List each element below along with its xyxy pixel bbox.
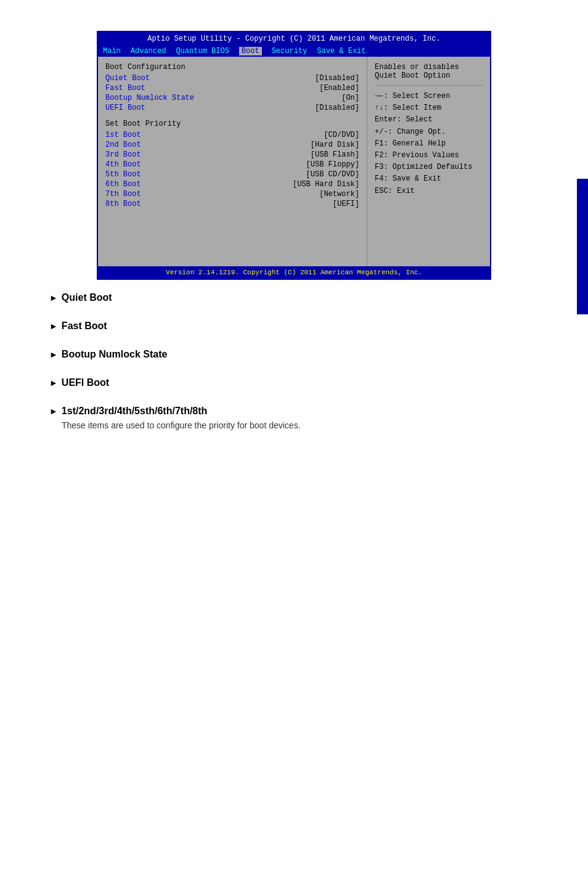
doc-title-boot-order: ► 1st/2nd/3rd/4th/5sth/6th/7th/8th: [49, 406, 539, 417]
menu-main[interactable]: Main: [103, 47, 121, 55]
uefi-boot-name: UEFI Boot: [105, 104, 145, 112]
boot4-value: [USB Floppy]: [306, 160, 359, 169]
boot8-value: [UEFI]: [333, 200, 359, 208]
bios-nav-text: →←: Select Screen ↑↓: Select Item Enter:…: [375, 91, 483, 197]
arrow-quiet-boot: ►: [49, 293, 58, 303]
arrow-numlock: ►: [49, 349, 58, 359]
doc-item-boot-order: ► 1st/2nd/3rd/4th/5sth/6th/7th/8th These…: [49, 406, 539, 430]
bios-menu-bar: Main Advanced Quantum BIOS Boot Security…: [98, 46, 490, 57]
doc-item-numlock: ► Bootup Numlock State: [49, 349, 539, 360]
nav-divider: [375, 85, 483, 86]
boot3-name: 3rd Boot: [105, 150, 141, 159]
boot5-value: [USB CD/DVD]: [306, 170, 359, 179]
boot2-name: 2nd Boot: [105, 141, 141, 149]
boot6-value: [USB Hard Disk]: [293, 180, 359, 189]
boot4-name: 4th Boot: [105, 160, 141, 169]
menu-boot[interactable]: Boot: [239, 47, 262, 55]
bios-right-panel: Enables or disables Quiet Boot Option →←…: [367, 57, 490, 266]
boot8-name: 8th Boot: [105, 200, 141, 208]
boot7-row[interactable]: 7th Boot [Network]: [105, 190, 359, 198]
boot4-row[interactable]: 4th Boot [USB Floppy]: [105, 160, 359, 169]
doc-item-quiet-boot: ► Quiet Boot: [49, 292, 539, 303]
doc-title-fast-boot: ► Fast Boot: [49, 321, 539, 332]
boot7-value: [Network]: [319, 190, 359, 198]
numlock-row[interactable]: Bootup Numlock State [On]: [105, 94, 359, 102]
menu-save-exit[interactable]: Save & Exit: [317, 47, 365, 55]
boot8-row[interactable]: 8th Boot [UEFI]: [105, 200, 359, 208]
boot5-name: 5th Boot: [105, 170, 141, 179]
boot1-name: 1st Boot: [105, 131, 141, 139]
boot2-value: [Hard Disk]: [311, 141, 359, 149]
arrow-fast-boot: ►: [49, 321, 58, 331]
doc-title-fast-boot-text: Fast Boot: [62, 321, 107, 332]
fast-boot-value: [Enabled]: [319, 84, 359, 92]
fast-boot-name: Fast Boot: [105, 84, 145, 92]
doc-title-quiet-boot: ► Quiet Boot: [49, 292, 539, 303]
doc-title-uefi-boot: ► UEFI Boot: [49, 377, 539, 388]
doc-section: ► Quiet Boot ► Fast Boot ► Bootup Numloc…: [12, 280, 576, 430]
menu-security[interactable]: Security: [272, 47, 308, 55]
quiet-boot-value: [Disabled]: [315, 74, 359, 83]
boot1-row[interactable]: 1st Boot [CD/DVD]: [105, 131, 359, 139]
boot3-value: [USB Flash]: [311, 150, 359, 159]
doc-title-numlock: ► Bootup Numlock State: [49, 349, 539, 360]
bios-left-panel: Boot Configuration Quiet Boot [Disabled]…: [98, 57, 367, 266]
boot2-row[interactable]: 2nd Boot [Hard Disk]: [105, 141, 359, 149]
uefi-boot-value: [Disabled]: [315, 104, 359, 112]
doc-title-uefi-boot-text: UEFI Boot: [62, 377, 109, 388]
doc-item-uefi-boot: ► UEFI Boot: [49, 377, 539, 388]
bios-window: Aptio Setup Utility - Copyright (C) 2011…: [97, 31, 491, 280]
bios-title: Aptio Setup Utility - Copyright (C) 2011…: [98, 32, 490, 46]
boot1-value: [CD/DVD]: [324, 131, 359, 139]
doc-title-quiet-boot-text: Quiet Boot: [62, 292, 112, 303]
bios-footer: Version 2.14.1219. Copyright (C) 2011 Am…: [98, 266, 490, 279]
right-sidebar: [577, 179, 588, 314]
set-boot-priority-label: Set Boot Priority: [105, 120, 359, 128]
numlock-name: Bootup Numlock State: [105, 94, 194, 102]
menu-quantum-bios[interactable]: Quantum BIOS: [176, 47, 229, 55]
divider1: [105, 113, 359, 120]
bios-body: Boot Configuration Quiet Boot [Disabled]…: [98, 57, 490, 266]
bios-help-text: Enables or disables Quiet Boot Option: [375, 63, 483, 80]
boot6-row[interactable]: 6th Boot [USB Hard Disk]: [105, 180, 359, 189]
boot6-name: 6th Boot: [105, 180, 141, 189]
quiet-boot-row[interactable]: Quiet Boot [Disabled]: [105, 74, 359, 83]
boot5-row[interactable]: 5th Boot [USB CD/DVD]: [105, 170, 359, 179]
numlock-value: [On]: [341, 94, 359, 102]
boot7-name: 7th Boot: [105, 190, 141, 198]
doc-item-fast-boot: ► Fast Boot: [49, 321, 539, 332]
fast-boot-row[interactable]: Fast Boot [Enabled]: [105, 84, 359, 92]
uefi-boot-row[interactable]: UEFI Boot [Disabled]: [105, 104, 359, 112]
doc-desc-boot-order: These items are used to configure the pr…: [62, 420, 539, 430]
quiet-boot-name: Quiet Boot: [105, 74, 150, 83]
menu-advanced[interactable]: Advanced: [131, 47, 166, 55]
boot-config-label: Boot Configuration: [105, 63, 359, 72]
doc-title-boot-order-text: 1st/2nd/3rd/4th/5sth/6th/7th/8th: [62, 406, 207, 417]
bios-title-text: Aptio Setup Utility - Copyright (C) 2011…: [147, 35, 440, 43]
arrow-uefi-boot: ►: [49, 378, 58, 388]
boot3-row[interactable]: 3rd Boot [USB Flash]: [105, 150, 359, 159]
doc-title-numlock-text: Bootup Numlock State: [62, 349, 168, 360]
arrow-boot-order: ►: [49, 406, 58, 416]
